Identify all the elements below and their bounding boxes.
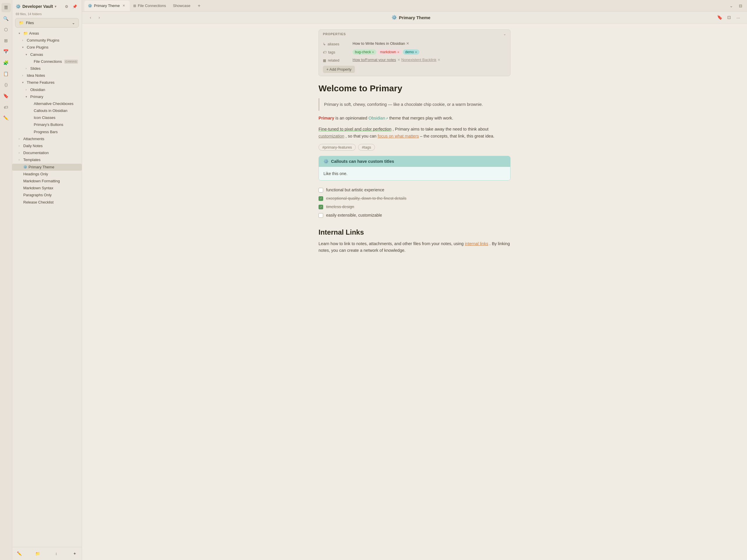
property-key-label: related (328, 58, 339, 62)
tab-icon: ⚙️ (88, 4, 92, 8)
layers-icon[interactable]: ⟨⟩ (1, 80, 11, 89)
tab-bar: ⚙️ Primary Theme ✕ ⊞ File Connections Sh… (82, 0, 747, 11)
sidebar-item-release-checklist[interactable]: › Release Checklist (12, 199, 82, 206)
files-dropdown[interactable]: 📁 Files ⌄ (15, 18, 79, 28)
sidebar-item-slides[interactable]: › Slides (12, 65, 82, 72)
notes-icon[interactable]: 📋 (1, 69, 11, 79)
toolbar-title-text: Primary Theme (399, 15, 430, 20)
sidebar-item-documentation[interactable]: › Documentation (12, 150, 82, 156)
para-text: theme that merges play with work. (389, 116, 453, 121)
checkbox-1[interactable] (318, 188, 323, 192)
internal-links-link[interactable]: internal links (465, 241, 488, 246)
filter-btn[interactable]: ✦ (71, 550, 79, 558)
more-btn[interactable]: ··· (734, 14, 742, 22)
vault-settings-btn[interactable]: ⚙ (63, 3, 70, 10)
related-icon: ▦ (323, 58, 326, 62)
sidebar-item-areas[interactable]: ▾ 📁 Areas (12, 30, 82, 37)
vault-name-label: Developer Vault (22, 4, 53, 9)
sidebar-item-obsidian[interactable]: › Obsidian (12, 86, 82, 93)
tag-chip-bug-check[interactable]: bug-check ✕ (353, 49, 377, 55)
customization-link[interactable]: customization (318, 134, 344, 138)
back-btn[interactable]: ‹ (87, 14, 94, 21)
sidebar-item-canvas[interactable]: ▾ Canvas (12, 51, 82, 58)
aliases-value: How to Write Notes in Obsidian (353, 41, 405, 46)
graph-icon[interactable]: ⬡ (1, 25, 11, 34)
tag-icon[interactable]: 🏷 (1, 102, 11, 112)
tag-chip-close-btn[interactable]: ✕ (415, 51, 417, 54)
sidebar-item-callouts-obsidian[interactable]: › Callouts in Obsidian (12, 107, 82, 114)
sidebar-item-file-connections[interactable]: › File Connections CANVAS (12, 58, 82, 65)
tab-showcase[interactable]: Showcase (169, 1, 194, 11)
hashtag-primary-features[interactable]: #primary-features (318, 144, 356, 151)
sidebar-item-core-plugins[interactable]: ▾ Core Plugins (12, 44, 82, 51)
sidebar-item-theme-features[interactable]: ▾ Theme Features (12, 79, 82, 86)
tab-close-btn[interactable]: ✕ (122, 3, 126, 8)
sidebar-item-primary-theme[interactable]: › ⚙️ Primary Theme (12, 164, 82, 171)
sidebar-item-markdown-formatting[interactable]: › Markdown Formatting (12, 178, 82, 185)
checklist-item-4: easily extensible, customizable (318, 211, 511, 219)
primary-link: Primary (318, 116, 334, 121)
obsidian-link[interactable]: Obsidian (368, 116, 388, 121)
bookmark-btn[interactable]: 🔖 (716, 14, 724, 22)
sidebar-item-progress-bars[interactable]: › Progress Bars (12, 129, 82, 135)
split-btn[interactable]: ⊡ (725, 14, 733, 22)
sidebar-item-paragraphs-only[interactable]: › Paragraphs Only (12, 192, 82, 198)
sidebar-item-markdown-syntax[interactable]: › Markdown Syntax (12, 185, 82, 192)
sidebar-item-attachments[interactable]: › Attachments (12, 135, 82, 142)
plugins-icon[interactable]: 🧩 (1, 58, 11, 68)
split-view-btn[interactable]: ⊟ (737, 2, 745, 10)
related-link-2[interactable]: Nonexistent Backlink (402, 58, 437, 62)
sidebar-item-templates[interactable]: › Templates (12, 156, 82, 163)
edit-note-btn[interactable]: ✏️ (15, 550, 23, 558)
properties-header[interactable]: PROPERTIES ⌄ (319, 30, 510, 38)
checkbox-4[interactable] (318, 213, 323, 218)
checklist-item-1: functional but artistic experience (318, 186, 511, 194)
sidebar-item-label: Areas (29, 31, 39, 36)
tab-overflow-btn[interactable]: ⌄ (727, 2, 736, 10)
pen-icon[interactable]: ✏️ (1, 113, 11, 123)
tag-chip-close-btn[interactable]: ✕ (397, 51, 400, 54)
hashtag-tags[interactable]: #tags (358, 144, 375, 151)
sidebar-item-daily-notes[interactable]: › Daily Notes (12, 142, 82, 150)
sidebar-item-primary[interactable]: ▾ Primary (12, 93, 82, 100)
checklist-item-2: ✓ exceptional quality, down to the fines… (318, 194, 511, 203)
vault-pin-btn[interactable]: 📌 (71, 3, 78, 10)
new-folder-btn[interactable]: 📁 (34, 550, 42, 558)
link-separator-2: ✕ (438, 58, 440, 62)
sidebar-item-idea-notes[interactable]: › Idea Notes (12, 72, 82, 79)
bookmark-icon[interactable]: 🔖 (1, 91, 11, 101)
sort-btn[interactable]: ↕ (52, 550, 60, 558)
checkbox-2[interactable]: ✓ (318, 196, 323, 201)
property-key-related: ▦ related (323, 58, 349, 62)
vault-name[interactable]: ⚙️ Developer Vault ▾ (16, 4, 56, 9)
search-icon[interactable]: 🔍 (1, 14, 11, 23)
forward-btn[interactable]: › (96, 14, 103, 21)
sidebar-item-community-plugins[interactable]: › Community Plugins (12, 37, 82, 44)
new-tab-btn[interactable]: + (195, 2, 203, 10)
aliases-close-btn[interactable]: ✕ (406, 41, 409, 46)
canvas-icon[interactable]: ⊞ (1, 36, 11, 45)
chevron-right-icon: › (19, 144, 22, 148)
chevron-down-icon: ▾ (22, 45, 26, 49)
checkbox-3[interactable]: ✓ (318, 205, 323, 209)
sidebar-item-icon-classes[interactable]: › Icon Classes (12, 114, 82, 121)
focus-link[interactable]: focus on what matters (378, 134, 419, 138)
property-key-label: tags (328, 50, 335, 54)
related-link-1[interactable]: How to/Format your notes (353, 58, 396, 62)
tag-chip-markdown[interactable]: markdown ✕ (378, 49, 402, 55)
sidebar-item-headings-only[interactable]: › Headings Only (12, 171, 82, 178)
property-key-label: aliases (328, 42, 339, 46)
tab-file-connections[interactable]: ⊞ File Connections (130, 1, 170, 11)
add-property-btn[interactable]: + Add Property (323, 66, 355, 73)
sidebar-item-primary-buttons[interactable]: › Primary's Buttons (12, 121, 82, 128)
sidebar-toggle-btn[interactable]: ☰ (1, 3, 11, 12)
tag-chip-demo[interactable]: demo ✕ (403, 49, 419, 55)
calendar-icon[interactable]: 📅 (1, 47, 11, 56)
sidebar-item-label: Canvas (30, 52, 43, 57)
sidebar-item-alt-checkboxes[interactable]: › Alternative Checkboxes (12, 100, 82, 107)
content-area[interactable]: PROPERTIES ⌄ ↳ aliases How to Write Note… (82, 24, 747, 560)
property-row-aliases: ↳ aliases How to Write Notes in Obsidian… (323, 40, 506, 48)
tab-primary-theme[interactable]: ⚙️ Primary Theme ✕ (84, 1, 130, 11)
files-dropdown-left: 📁 Files (19, 21, 34, 25)
tag-chip-close-btn[interactable]: ✕ (372, 51, 374, 54)
